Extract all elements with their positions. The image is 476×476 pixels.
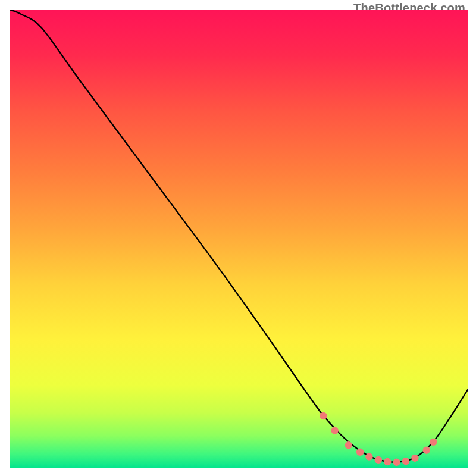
chart-stage: TheBottleneck.com — [0, 0, 476, 476]
trough-marker — [384, 458, 391, 465]
trough-marker — [331, 427, 339, 434]
trough-marker — [356, 449, 364, 456]
trough-marker — [393, 459, 400, 466]
trough-marker — [320, 412, 327, 419]
chart-svg — [10, 10, 468, 468]
trough-marker — [365, 453, 372, 460]
gradient-plot — [10, 10, 468, 468]
trough-marker — [345, 441, 352, 449]
trough-marker — [402, 458, 409, 465]
trough-marker — [430, 439, 437, 446]
trough-marker — [411, 455, 418, 462]
trough-marker — [375, 456, 382, 464]
trough-marker — [423, 447, 430, 454]
